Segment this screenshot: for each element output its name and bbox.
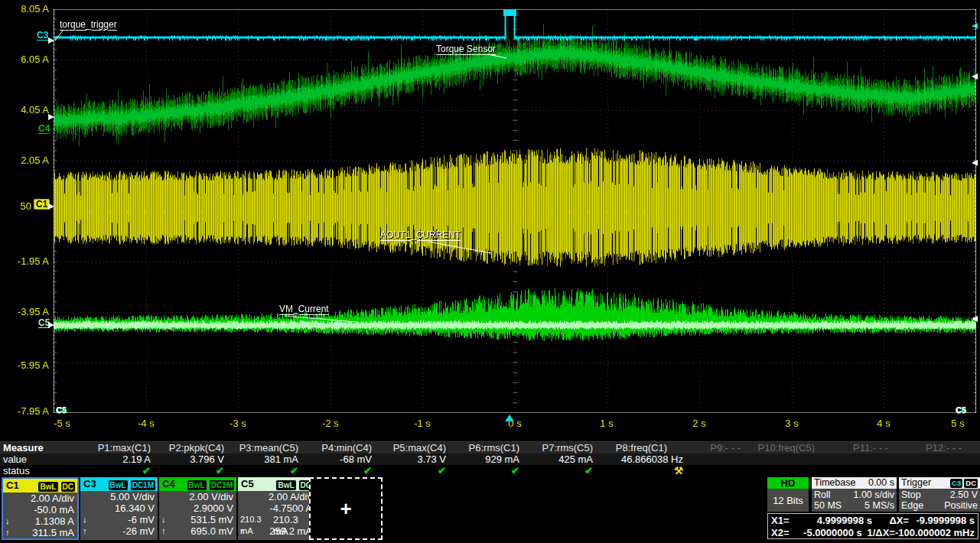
channel-offset: 2.9000 V [159,502,236,514]
bandwidth-limit-badge: BwL [37,481,58,493]
measure-status-p5: ✔ [373,465,448,476]
channel-marker-c4[interactable]: C4 [38,124,50,134]
trigger-slope: Positive [944,500,978,511]
channel-id: C4 [161,477,175,491]
channel-header-c5[interactable]: C5 BwLDC [238,477,315,491]
measure-value-p4: -68 mV [298,454,373,465]
cursor-up-icon: ↑ [161,525,166,537]
y-axis-label: -7.95 A [2,405,49,418]
y-axis-label: 2.05 A [2,154,49,167]
channel-marker-c3[interactable]: C3 [37,31,48,41]
channel-descriptor-c5[interactable]: C5 BwLDC 2.00 A/div -4.7500 A 210.3 mA21… [238,477,315,540]
trigger-coupling-badge: DC [964,479,978,488]
cursor-up-value: -26 mV [122,525,155,537]
measure-header-row: Measure P1:max(C1)P2:pkpk(C4)P3:mean(C5)… [0,441,980,454]
y-axis-label: 4.05 A [2,104,49,116]
channel-scale: 5.00 V/div [80,491,158,502]
measure-header-p1[interactable]: P1:max(C1) [77,442,152,454]
coupling-badge: DC [60,481,76,493]
cursor-down-icon: ↓ [161,514,166,525]
measure-header-p3[interactable]: P3:mean(C5) [225,442,300,454]
trigger-level-marker[interactable] [972,23,978,29]
channel-offset: -4.7500 A [238,502,315,514]
add-trace-button[interactable]: + [309,477,383,540]
measure-header-p12[interactable]: P12:- - - [888,442,963,454]
cursor-down-value: 1.1308 A [35,515,74,527]
right-edge-marker [972,316,978,322]
measure-header-p8[interactable]: P8:freq(C1) [594,442,669,454]
trigger-level: 2.50 V [950,489,978,500]
measure-value-p9 [667,454,742,465]
inv-dx-label: 1/ΔX= [862,527,895,538]
channel-descriptor-c4[interactable]: C4 BwLDC1M 2.00 V/div 2.9000 V ↓531.5 mV… [159,477,236,540]
measure-value-p11 [815,454,890,465]
trigger-title: Trigger [901,477,931,489]
cursor-down-icon: 210.3 mA [240,514,273,525]
measure-status-p4: ✔ [298,465,373,476]
measure-value-label: value [3,454,27,465]
bandwidth-limit-badge: BwL [187,480,207,491]
channel-overlap-label-right: C4 C1 C3 C5 [956,405,972,415]
cursor-up-icon: ↑ [240,525,245,537]
channel-id: C1 [5,479,19,493]
cursor-x1-line[interactable] [975,9,976,413]
cursor-readout-box: X1= 4.9999998 s ΔX= -9.9999998 s X2= -5.… [767,513,978,539]
x-axis-label: 2 s [682,418,717,429]
coupling-badge: DC1M [130,480,156,491]
measure-header-p11[interactable]: P11:- - - [815,442,890,454]
measure-header-p6[interactable]: P6:rms(C1) [446,442,521,454]
channel-id: C5 [239,477,254,491]
channel-descriptor-c3[interactable]: C3 BwLDC1M 5.00 V/div 16.340 V ↓-6 mV ↑-… [80,477,158,540]
measure-value-p5: 3.73 V [373,454,448,465]
channel-offset: 16.340 V [80,502,158,514]
measure-header-p4[interactable]: P4:min(C4) [298,442,373,454]
trace-label-aout1-current[interactable]: AOUT1_CURRENT [380,230,461,241]
y-axis-label: -3.95 A [2,306,49,318]
channel-header-c1[interactable]: C1 BwLDC [3,479,77,493]
cursor-down-icon: ↓ [5,515,10,527]
measure-value-p6: 929 mA [446,454,521,465]
waveform-display[interactable] [54,9,976,413]
cursor-up-value: 259.2 mA [269,525,312,537]
trigger-type: Edge [901,500,923,511]
channel-header-c4[interactable]: C4 BwLDC1M [159,477,236,491]
cursor-down-value: 210.3 mA [273,514,312,525]
timebase-box[interactable]: Timebase 0.00 s Roll1.00 s/div 50 MS5 MS… [812,477,897,512]
measure-value-p7: 425 mA [519,454,594,465]
measure-status-p12 [888,465,963,476]
cursor-x2-line[interactable] [54,9,54,413]
measure-header-p10[interactable]: P10:freq(C5) [741,442,816,454]
measure-header-p7[interactable]: P7:rms(C5) [519,442,594,454]
y-axis-label: 8.05 A [2,3,49,15]
measure-header-p2[interactable]: P2:pkpk(C4) [151,442,226,454]
bandwidth-limit-badge: BwL [275,480,296,491]
x1-label: X1= [768,515,796,526]
trace-label-vm-current[interactable]: VM_Current [279,304,329,315]
resolution-value: 12 Bits [767,489,809,512]
measure-status-p7: ✔ [519,465,594,476]
measure-value-p2: 3.796 V [151,454,226,465]
timebase-title: Timebase [814,477,855,489]
trigger-box[interactable]: Trigger C3DC Stop2.50 V EdgePositive [899,477,980,512]
channel-descriptor-c1[interactable]: C1 BwLDC 2.00 A/div -50.0 mA ↓1.1308 A ↑… [2,477,79,540]
channel-offset: -50.0 mA [3,504,77,515]
acquisition-box[interactable]: HD 12 Bits [767,477,809,512]
channel-header-c3[interactable]: C3 BwLDC1M [80,477,158,491]
trace-label-torque-sensor[interactable]: Torque Sensor [436,44,496,55]
x-axis-label: 1 s [589,418,624,429]
measure-status-p10 [741,465,816,476]
timebase-samples: 50 MS [814,500,842,511]
measure-value-p1: 2.19 A [77,454,152,465]
trigger-position-marker[interactable] [505,415,514,421]
measure-header-p5[interactable]: P5:max(C4) [373,442,448,454]
inv-dx-value: -100.000002 mHz [895,527,978,538]
channel-overlap-label-left: C4 C1 C3 C5 [56,405,73,415]
measure-status-p9 [667,465,742,476]
trace-label-torque-trigger[interactable]: torque_trigger [60,20,117,31]
measure-table-title: Measure [3,442,44,454]
measure-header-p9[interactable]: P9:- - - [667,442,742,454]
channel-scale: 2.00 A/div [238,491,315,502]
measure-value-row: value 2.19 A3.796 V381 mA-68 mV3.73 V929… [0,454,980,465]
timebase-offset: 0.00 s [868,477,894,489]
timebase-mode: Roll [814,489,831,500]
